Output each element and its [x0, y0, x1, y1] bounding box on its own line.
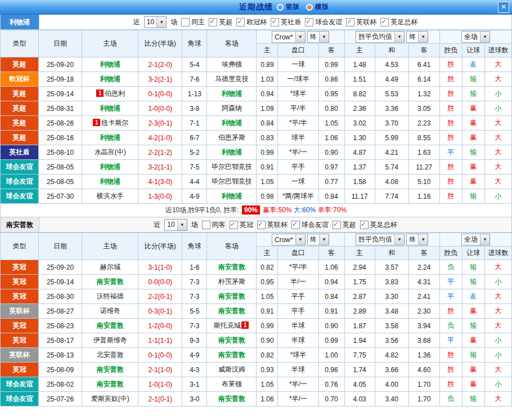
euro-home-odds-cell: 1.30 [344, 131, 375, 145]
team-name: 纽卡斯尔 [101, 119, 128, 127]
filter-option[interactable]: 英足总杯 [360, 220, 397, 230]
euro-draw-odds-cell: 5.53 [375, 87, 408, 101]
filter-option[interactable]: 英联杯 [257, 220, 288, 230]
euro-away-odds-cell: 2.41 [408, 289, 439, 304]
asian-handicap-cell: 半球 [278, 333, 318, 348]
handicap-result-cell: 赢 [462, 377, 484, 392]
final-odds-select[interactable]: 终▼ [307, 234, 329, 245]
away-team-cell: 利物浦 [207, 87, 257, 101]
euro-draw-odds-cell: 4.08 [375, 175, 408, 189]
checkbox-icon[interactable] [181, 18, 190, 26]
view-option-label: 横版 [315, 2, 329, 12]
team-sections: 利物浦近10▼场同主英超欧冠杯英社盾球会友谊英联杯英足总杯类型日期主场比分(半场… [0, 15, 512, 406]
col-header-type: 类型 [1, 30, 39, 57]
view-option[interactable]: 横版 [306, 2, 329, 12]
company-select[interactable]: Crow*▼ [272, 31, 306, 43]
filter-option[interactable]: 欧冠杯 [236, 17, 267, 27]
filter-option-label: 欧冠杯 [246, 17, 267, 27]
col-header-date: 日期 [39, 30, 82, 57]
filter-option[interactable]: 球会友谊 [291, 220, 329, 230]
euro-home-odds-cell: 8.82 [344, 87, 375, 101]
close-button[interactable]: ✕ [498, 2, 509, 13]
checkbox-icon[interactable] [202, 221, 210, 229]
competition-cell: 英联杯 [1, 304, 39, 319]
filter-option[interactable]: 英社盾 [271, 17, 301, 27]
corner-cell: 7-1 [182, 116, 207, 131]
checkbox-icon[interactable] [305, 18, 313, 26]
home-team-cell: 北安普敦 [82, 348, 138, 363]
match-row: 英冠25-09-20赫尔城3-1(1-0)1-6南安普敦0.82*平/半1.06… [1, 260, 512, 275]
scope-select-value: 全场 [462, 235, 480, 244]
checkbox-icon[interactable] [209, 18, 217, 26]
checkbox-icon[interactable] [271, 18, 279, 26]
checkbox-icon[interactable] [236, 18, 245, 26]
match-row: 英社盾25-08-10水晶宫(中)2-2(1-2)5-2利物浦0.99*半/一0… [1, 145, 512, 160]
away-team-cell: 毕尔巴鄂竞技 [207, 175, 257, 189]
view-option-label: 竖版 [286, 2, 299, 12]
team-name: 利物浦 [100, 60, 120, 68]
euro-draw-odds-cell: 7.74 [375, 189, 408, 204]
asian-home-odds-cell: 1.09 [257, 101, 278, 116]
final-odds-select[interactable]: 终▼ [307, 31, 329, 43]
away-team-cell: 伯恩茅斯 [207, 131, 257, 145]
col-header-score: 比分(半场) [138, 233, 182, 260]
match-row: 英超25-09-141伯恩利0-1(0-0)1-13利物浦0.94*球半0.95… [1, 87, 512, 101]
score-cell: 2-2(1-2) [138, 145, 182, 160]
radio-icon[interactable] [306, 4, 313, 11]
checkbox-icon[interactable] [257, 221, 266, 229]
checkbox-icon[interactable] [333, 221, 341, 229]
home-team-cell: 南安普敦 [82, 363, 138, 377]
checkbox-icon[interactable] [291, 221, 300, 229]
date-cell: 25-08-31 [39, 101, 82, 116]
team-name: 利物浦 [100, 177, 120, 185]
corner-cell: 4-9 [182, 189, 207, 204]
corner-cell: 7-3 [182, 275, 207, 289]
handicap-result-cell: 赢 [462, 131, 484, 145]
final-euro-select[interactable]: 终▼ [406, 31, 428, 43]
radio-icon[interactable] [277, 4, 284, 11]
result-cell: 胜 [439, 131, 462, 145]
asian-away-odds-cell: 0.77 [318, 175, 344, 189]
col-header-away: 客场 [207, 30, 257, 57]
checkbox-icon[interactable] [346, 18, 354, 26]
view-option[interactable]: 竖版 [277, 2, 299, 12]
filter-option[interactable]: 同主 [181, 17, 205, 27]
goals-result-cell: 小 [484, 101, 511, 116]
final-odds-select-value: 终 [308, 235, 319, 244]
filter-option[interactable]: 球会友谊 [305, 17, 342, 27]
team-name: 阿森纳 [222, 104, 242, 112]
asian-home-odds-cell: 0.90 [257, 333, 278, 348]
recent-count-select[interactable]: 10▼ [144, 16, 167, 28]
euro-average-select[interactable]: 胜平负均值▼ [356, 31, 405, 43]
final-euro-select[interactable]: 终▼ [406, 234, 428, 245]
filter-option[interactable]: 英超 [333, 220, 356, 230]
result-cell: 胜 [439, 116, 462, 131]
company-select[interactable]: Crow*▼ [272, 234, 306, 245]
checkbox-icon[interactable] [380, 18, 389, 26]
match-row: 英联杯25-08-27诺维奇0-3(0-1)5-5南安普敦0.91平手0.912… [1, 304, 512, 319]
scope-select[interactable]: 全场▼ [461, 234, 490, 245]
euro-draw-odds-cell: 5.99 [375, 131, 408, 145]
filter-option[interactable]: 英足总杯 [380, 17, 417, 27]
checkbox-icon[interactable] [360, 221, 369, 229]
corner-cell: 4-3 [182, 363, 207, 377]
goals-result-cell: 大 [484, 131, 511, 145]
asian-handicap-cell: *球半 [278, 348, 318, 363]
filter-option[interactable]: 英联杯 [346, 17, 376, 27]
handicap-result-cell: 输 [462, 189, 484, 204]
col-subheader-asian: 主 [257, 247, 278, 260]
checkbox-icon[interactable] [230, 221, 238, 229]
goals-result-cell: 小 [484, 333, 511, 348]
filter-option[interactable]: 英超 [209, 17, 232, 27]
filter-option[interactable]: 同客 [202, 220, 226, 230]
euro-average-select[interactable]: 胜平负均值▼ [356, 234, 405, 245]
filter-option[interactable]: 英冠 [230, 220, 253, 230]
scope-select[interactable]: 全场▼ [461, 31, 490, 43]
asian-away-odds-cell: 0.96 [318, 363, 344, 377]
score-cell: 2-1(1-0) [138, 363, 182, 377]
recent-count-select[interactable]: 10▼ [164, 219, 187, 231]
euro-home-odds-cell: 2.36 [344, 101, 375, 116]
home-team-cell: 利物浦 [82, 131, 138, 145]
home-team-cell: 1伯恩利 [82, 87, 138, 101]
euro-draw-odds-cell: 5.74 [375, 160, 408, 175]
